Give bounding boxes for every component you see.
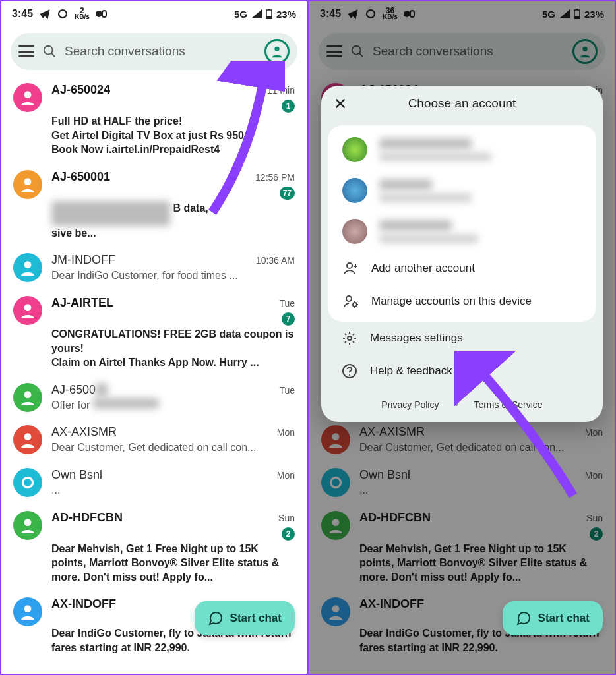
contact-name: JM-INDOFF: [51, 253, 115, 267]
person-add-icon: [342, 260, 359, 277]
person-gear-icon: [342, 293, 359, 310]
message-preview: Dear Mehvish, Get 1 Free Night up to 15K…: [51, 542, 295, 585]
chat-icon: [516, 610, 532, 626]
account-avatar-button[interactable]: [264, 39, 290, 64]
svg-point-17: [24, 606, 32, 613]
svg-point-0: [59, 10, 67, 18]
contact-name: Own Bsnl: [51, 468, 102, 482]
account-avatar: [342, 137, 367, 162]
contact-avatar: [13, 597, 42, 626]
phone-right: 3:45 36KB/s 5G 23% Search conversations …: [308, 0, 616, 675]
svg-point-37: [346, 296, 352, 301]
conversation-row[interactable]: Own Bsnl Mon ...: [1, 461, 307, 504]
svg-rect-5: [268, 9, 270, 10]
telegram-icon: [39, 8, 51, 20]
accounts-card: Add another account Manage accounts on t…: [328, 125, 596, 322]
svg-point-36: [347, 263, 352, 268]
conversation-row[interactable]: AJ-6500xx Tue Offer for: [1, 376, 307, 419]
messages-settings-label: Messages settings: [370, 332, 463, 345]
svg-line-7: [51, 53, 55, 57]
fab-label: Start chat: [538, 612, 590, 625]
conversation-row[interactable]: JM-INDOFF 10:36 AM Dear IndiGo Customer,…: [1, 247, 307, 289]
message-time: Tue: [279, 385, 295, 396]
sheet-footer: Privacy Policy • Terms of Service: [321, 388, 603, 422]
search-bar[interactable]: Search conversations: [11, 33, 297, 70]
unread-badge: 1: [282, 100, 295, 113]
conversation-row[interactable]: AJ-650024 11 min 1 Full HD at HALF the p…: [1, 76, 307, 163]
help-icon: [341, 363, 358, 380]
start-chat-fab[interactable]: Start chat: [195, 601, 295, 635]
message-preview: Offer for: [51, 398, 295, 413]
message-time: 11 min: [267, 85, 295, 96]
help-feedback-row[interactable]: Help & feedback: [321, 355, 603, 388]
circle-icon: [57, 8, 69, 20]
conversation-list: AJ-650024 11 min 1 Full HD at HALF the p…: [1, 74, 307, 664]
status-bar: 3:45 2KB/s 5G 23%: [1, 1, 307, 26]
contact-name: AJ-650024: [51, 83, 110, 97]
unread-badge: 7: [282, 312, 295, 326]
contact-name: AJ-AIRTEL: [51, 296, 113, 310]
conversation-row[interactable]: AJ-AIRTEL Tue 7 CONGRATULATIONS! FREE 2G…: [1, 289, 307, 376]
contact-name: AX-INDOFF: [51, 597, 116, 611]
svg-point-39: [348, 336, 352, 340]
account-row[interactable]: [333, 129, 591, 170]
start-chat-fab[interactable]: Start chat: [503, 601, 603, 635]
sheet-title: Choose an account: [333, 96, 591, 111]
menu-icon[interactable]: [18, 45, 34, 57]
contact-avatar: [13, 83, 42, 112]
svg-point-8: [274, 47, 279, 51]
account-avatar: [342, 178, 367, 203]
add-account-row[interactable]: Add another account: [333, 252, 591, 285]
svg-point-14: [24, 434, 32, 441]
manage-accounts-label: Manage accounts on this device: [371, 295, 532, 308]
conversation-row[interactable]: AX-AXISMR Mon Dear Customer, Get dedicat…: [1, 419, 307, 461]
contact-name: AJ-650001: [51, 170, 110, 184]
privacy-link[interactable]: Privacy Policy: [381, 399, 439, 410]
contact-avatar: [13, 511, 42, 540]
search-input[interactable]: Search conversations: [65, 44, 257, 59]
message-preview: CONGRATULATIONS! FREE 2GB data coupon is…: [51, 327, 295, 370]
message-preview: B data, sive be...: [51, 201, 295, 241]
contact-name: AD-HDFCBN: [51, 511, 123, 525]
account-row[interactable]: [333, 211, 591, 252]
svg-point-16: [24, 519, 32, 526]
svg-rect-2: [102, 11, 106, 17]
account-row[interactable]: [333, 170, 591, 211]
message-time: Mon: [277, 470, 295, 481]
fab-label: Start chat: [230, 612, 282, 625]
contact-name: AJ-6500xx: [51, 383, 108, 397]
message-preview: Dear Customer, Get dedicated on call con…: [51, 440, 295, 455]
account-avatar: [342, 219, 367, 244]
message-time: Tue: [279, 298, 295, 308]
svg-point-41: [349, 374, 350, 376]
unread-badge: 2: [282, 527, 295, 541]
account-chooser-sheet: Choose an account Add another account M: [321, 86, 603, 422]
svg-rect-1: [96, 11, 102, 17]
contact-avatar: [13, 170, 42, 199]
conversation-row[interactable]: AD-HDFCBN Sun 2 Dear Mehvish, Get 1 Free…: [1, 504, 307, 591]
contact-avatar: [13, 253, 42, 282]
svg-point-9: [24, 91, 32, 98]
svg-point-38: [353, 303, 357, 307]
svg-rect-4: [266, 16, 272, 19]
svg-point-6: [44, 46, 53, 55]
svg-point-15: [22, 477, 32, 487]
messages-settings-row[interactable]: Messages settings: [321, 322, 603, 355]
unread-badge: 77: [280, 187, 295, 200]
contact-avatar: [13, 425, 42, 454]
svg-point-12: [24, 304, 32, 311]
message-time: Mon: [277, 427, 295, 438]
message-preview: Full HD at HALF the price!Get Airtel Dig…: [51, 114, 295, 157]
battery-icon: [266, 9, 272, 19]
svg-point-11: [24, 262, 32, 269]
gear-icon: [341, 330, 358, 347]
help-feedback-label: Help & feedback: [370, 365, 452, 378]
chat-icon: [208, 610, 224, 626]
message-preview: Dear IndiGo Customer, for food times ...: [51, 268, 295, 283]
battery-pct: 23%: [276, 9, 296, 20]
manage-accounts-row[interactable]: Manage accounts on this device: [333, 285, 591, 318]
contact-name: AX-AXISMR: [51, 425, 117, 439]
phone-left: 3:45 2KB/s 5G 23% Search conversations A…: [0, 0, 308, 675]
terms-link[interactable]: Terms of Service: [474, 399, 542, 410]
conversation-row[interactable]: AJ-650001 12:56 PM 77 B data, sive be...: [1, 163, 307, 247]
